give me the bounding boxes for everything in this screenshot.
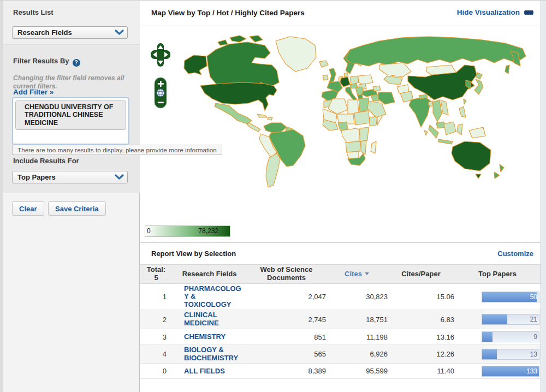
help-icon[interactable]: ?	[73, 59, 80, 67]
field-link[interactable]: BIOLOGY & BIOCHEMISTRY	[184, 346, 243, 362]
globe-icon	[157, 89, 164, 97]
add-filter-link[interactable]: Add Filter »	[13, 88, 54, 96]
country-saudi-arabia	[367, 101, 386, 117]
country-argentina	[266, 153, 280, 187]
country-philippines	[459, 106, 466, 117]
country-australia	[452, 141, 491, 171]
col-research-fields: Research Fields	[172, 265, 247, 284]
top-papers-bar: 13	[482, 349, 539, 360]
page: Results List Research Fields Filter Resu…	[0, 0, 546, 392]
zoom-out-icon	[158, 102, 164, 104]
results-list-label: Results List	[13, 8, 54, 16]
row-rank: 2	[140, 310, 172, 329]
table-row: 0 ALL FIELDS 8,389 95,599 11.40 133	[140, 364, 541, 379]
wos-documents-value: 8,389	[247, 364, 326, 379]
country-kazakhstan	[379, 63, 411, 77]
country-alaska	[184, 55, 207, 75]
filter-title: Filter Results By?	[13, 57, 80, 67]
country-usa	[200, 82, 277, 111]
cites-per-paper-value: 12.26	[388, 345, 454, 364]
clear-button[interactable]: Clear	[12, 201, 44, 216]
filter-section: Filter Results By? Changing the filter f…	[3, 44, 140, 193]
wos-documents-value: 565	[247, 345, 326, 364]
col-total: Total:5	[140, 265, 172, 284]
top-papers-bar: 9	[482, 331, 539, 342]
results-list-dropdown[interactable]: Research Fields	[12, 26, 128, 39]
save-criteria-button[interactable]: Save Criteria	[48, 201, 106, 216]
report-header: Report View by Selection Customize	[140, 243, 541, 264]
include-results-label: Include Results For	[13, 157, 79, 165]
wos-documents-value: 2,745	[247, 310, 326, 329]
field-link[interactable]: PHARMACOLOGY & TOXICOLOGY	[184, 285, 243, 309]
customize-link[interactable]: Customize	[497, 250, 533, 258]
top-papers-bar: 133	[482, 366, 539, 377]
results-tooltip: There are too many results to display, p…	[12, 145, 222, 155]
top-papers-value: 21	[530, 314, 537, 324]
world-map[interactable]	[183, 34, 541, 190]
report-section: Report View by Selection Customize Total…	[140, 242, 541, 379]
include-results-dropdown[interactable]: Top Papers	[12, 171, 128, 183]
include-results-value: Top Papers	[17, 173, 56, 181]
row-rank: 1	[140, 284, 172, 310]
col-top-papers: Top Papers	[454, 265, 541, 284]
top-papers-bar: 50	[482, 292, 539, 302]
field-link[interactable]: CLINICAL MEDICINE	[184, 311, 243, 327]
cites-value: 18,751	[326, 310, 388, 329]
col-cites-sort[interactable]: Cites	[326, 265, 388, 284]
country-russia	[346, 37, 526, 66]
wos-documents-value: 851	[247, 329, 326, 345]
cites-value: 6,926	[326, 345, 388, 364]
map-zoom-control[interactable]	[154, 77, 167, 109]
top-papers-value: 9	[533, 332, 537, 342]
map-header: Map View by Top / Hot / Highly Cited Pap…	[140, 1, 541, 26]
table-row: 1 PHARMACOLOGY & TOXICOLOGY 2,047 30,823…	[140, 284, 541, 310]
cites-per-paper-value: 15.06	[388, 284, 454, 310]
cites-value: 95,599	[326, 364, 388, 379]
map-title: Map View by Top / Hot / Highly Cited Pap…	[151, 9, 305, 17]
country-uk	[329, 68, 336, 82]
country-iceland	[319, 61, 328, 67]
table-row: 3 CHEMISTRY 851 11,198 13.16 9	[140, 329, 541, 345]
top-papers-value: 133	[526, 366, 537, 376]
row-rank: 4	[140, 345, 172, 364]
country-greenland	[276, 37, 316, 72]
filter-value-panel[interactable]: CHENGDU UNIVERSITY OF TRADITIONAL CHINES…	[12, 97, 129, 145]
filter-chip[interactable]: CHENGDU UNIVERSITY OF TRADITIONAL CHINES…	[15, 100, 126, 130]
country-japan	[474, 79, 483, 94]
legend-min: 0	[147, 227, 151, 235]
table-row: 4 BIOLOGY & BIOCHEMISTRY 565 6,926 12.26…	[140, 345, 541, 364]
table-header-row: Total:5 Research Fields Web of Science D…	[140, 265, 541, 284]
row-rank: 0	[140, 364, 172, 379]
report-table: Total:5 Research Fields Web of Science D…	[140, 264, 541, 379]
hide-visualization-link[interactable]: Hide Visualization	[457, 8, 533, 16]
collapse-minus-icon[interactable]	[524, 10, 533, 15]
country-iran	[378, 92, 395, 104]
country-new-zealand	[500, 164, 504, 172]
country-germany	[340, 77, 350, 87]
col-cites-per-paper: Cites/Paper	[388, 265, 454, 284]
report-title: Report View by Selection	[151, 250, 236, 258]
field-link[interactable]: CHEMISTRY	[184, 333, 243, 341]
field-link[interactable]: ALL FIELDS	[184, 367, 243, 376]
country-italy	[346, 87, 357, 101]
country-india	[409, 97, 431, 127]
chevron-down-icon	[115, 29, 124, 35]
scrollbar-gutter[interactable]	[541, 1, 546, 392]
results-list-value: Research Fields	[17, 28, 72, 37]
row-rank: 3	[140, 329, 172, 345]
top-papers-value: 50	[530, 292, 537, 302]
filters-sidebar: Results List Research Fields Filter Resu…	[0, 1, 140, 392]
map-area: 0 78,232	[140, 26, 541, 245]
sort-desc-icon	[365, 272, 369, 275]
main-panel: Map View by Top / Hot / Highly Cited Pap…	[140, 1, 541, 392]
country-madagascar	[371, 141, 376, 153]
top-papers-bar: 21	[482, 314, 539, 325]
chevron-down-icon	[115, 174, 124, 180]
col-wos-documents: Web of Science Documents	[247, 265, 326, 284]
cites-per-paper-value: 11.40	[388, 364, 454, 379]
cites-per-paper-value: 13.16	[388, 329, 454, 345]
country-canada	[207, 42, 279, 87]
results-list-section: Results List Research Fields	[3, 1, 140, 44]
map-pan-control[interactable]	[151, 43, 170, 67]
legend-max: 78,232	[198, 227, 218, 235]
